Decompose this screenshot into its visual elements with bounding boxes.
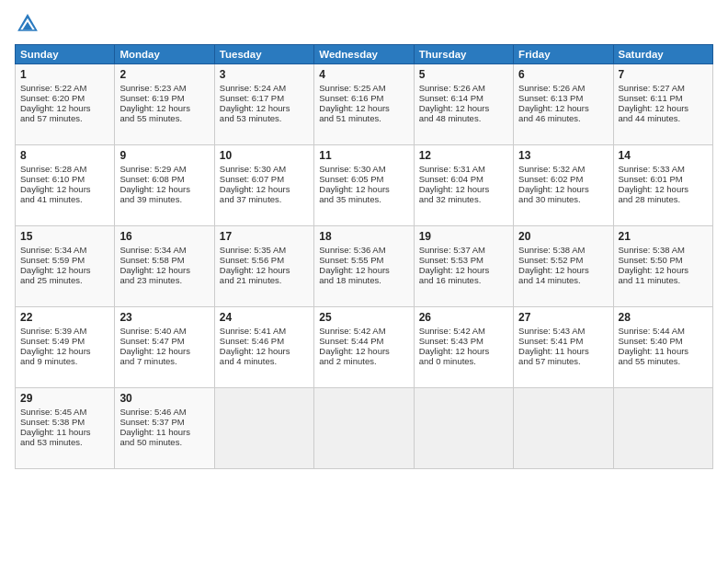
cell-line: Sunset: 6:04 PM	[419, 174, 508, 184]
week-row-4: 22Sunrise: 5:39 AMSunset: 5:49 PMDayligh…	[16, 307, 713, 388]
calendar-cell: 15Sunrise: 5:34 AMSunset: 5:59 PMDayligh…	[16, 226, 115, 307]
cell-line: Daylight: 12 hours	[220, 184, 309, 194]
cell-line: Sunset: 6:05 PM	[319, 174, 408, 184]
cell-line: Sunset: 6:14 PM	[419, 93, 508, 103]
cell-line: Sunset: 6:02 PM	[518, 174, 608, 184]
cell-line: Daylight: 12 hours	[20, 265, 109, 275]
cell-line: Sunset: 6:01 PM	[619, 174, 708, 184]
cell-line: Daylight: 12 hours	[220, 265, 309, 275]
calendar-cell: 6Sunrise: 5:26 AMSunset: 6:13 PMDaylight…	[514, 64, 613, 145]
day-number: 2	[119, 68, 209, 81]
cell-line: Sunrise: 5:35 AM	[220, 245, 309, 255]
cell-line: Sunset: 6:08 PM	[119, 174, 209, 184]
calendar-cell	[414, 388, 513, 469]
cell-line: Daylight: 11 hours	[20, 427, 109, 437]
calendar-cell	[514, 388, 613, 469]
calendar-cell: 22Sunrise: 5:39 AMSunset: 5:49 PMDayligh…	[16, 307, 115, 388]
cell-line: Sunset: 6:11 PM	[619, 93, 708, 103]
cell-line: Sunset: 5:56 PM	[220, 255, 309, 265]
cell-line: and 9 minutes.	[20, 356, 109, 366]
weekday-header-monday: Monday	[115, 45, 214, 64]
cell-line: Sunrise: 5:36 AM	[319, 245, 408, 255]
cell-line: and 7 minutes.	[119, 356, 209, 366]
page: SundayMondayTuesdayWednesdayThursdayFrid…	[0, 0, 728, 563]
cell-line: Daylight: 11 hours	[518, 346, 608, 356]
cell-line: Daylight: 12 hours	[419, 184, 508, 194]
cell-line: Daylight: 12 hours	[518, 184, 608, 194]
cell-line: Sunrise: 5:24 AM	[220, 83, 309, 93]
day-number: 18	[319, 230, 408, 243]
cell-line: Sunrise: 5:39 AM	[20, 326, 109, 336]
cell-line: and 53 minutes.	[220, 113, 309, 123]
day-number: 8	[20, 149, 109, 162]
day-number: 30	[119, 392, 209, 405]
day-number: 26	[419, 311, 508, 324]
cell-line: Sunrise: 5:45 AM	[20, 407, 109, 417]
cell-line: and 53 minutes.	[20, 437, 109, 447]
day-number: 10	[220, 149, 309, 162]
cell-line: Sunrise: 5:43 AM	[518, 326, 608, 336]
cell-line: Sunset: 5:43 PM	[419, 336, 508, 346]
cell-line: and 0 minutes.	[419, 356, 508, 366]
weekday-header-row: SundayMondayTuesdayWednesdayThursdayFrid…	[16, 45, 713, 64]
cell-line: Daylight: 12 hours	[119, 184, 209, 194]
cell-line: and 30 minutes.	[518, 194, 608, 204]
calendar-cell: 27Sunrise: 5:43 AMSunset: 5:41 PMDayligh…	[514, 307, 613, 388]
day-number: 13	[518, 149, 608, 162]
week-row-2: 8Sunrise: 5:28 AMSunset: 6:10 PMDaylight…	[16, 145, 713, 226]
cell-line: Sunrise: 5:38 AM	[619, 245, 708, 255]
calendar-cell: 5Sunrise: 5:26 AMSunset: 6:14 PMDaylight…	[414, 64, 513, 145]
cell-line: Daylight: 12 hours	[619, 265, 708, 275]
cell-line: Daylight: 12 hours	[419, 103, 508, 113]
day-number: 15	[20, 230, 109, 243]
weekday-header-friday: Friday	[514, 45, 613, 64]
day-number: 3	[220, 68, 309, 81]
cell-line: Daylight: 12 hours	[619, 184, 708, 194]
calendar-cell: 7Sunrise: 5:27 AMSunset: 6:11 PMDaylight…	[613, 64, 712, 145]
calendar-cell: 11Sunrise: 5:30 AMSunset: 6:05 PMDayligh…	[314, 145, 414, 226]
cell-line: Sunrise: 5:32 AM	[518, 164, 608, 174]
cell-line: Sunset: 5:58 PM	[119, 255, 209, 265]
cell-line: Sunrise: 5:22 AM	[20, 83, 109, 93]
cell-line: Daylight: 12 hours	[220, 103, 309, 113]
cell-line: Sunrise: 5:29 AM	[119, 164, 209, 174]
cell-line: Sunset: 5:46 PM	[220, 336, 309, 346]
cell-line: Daylight: 12 hours	[518, 265, 608, 275]
cell-line: Daylight: 12 hours	[319, 265, 408, 275]
calendar-cell: 18Sunrise: 5:36 AMSunset: 5:55 PMDayligh…	[314, 226, 414, 307]
day-number: 7	[619, 68, 708, 81]
cell-line: Sunrise: 5:38 AM	[518, 245, 608, 255]
cell-line: Sunset: 6:20 PM	[20, 93, 109, 103]
day-number: 11	[319, 149, 408, 162]
week-row-5: 29Sunrise: 5:45 AMSunset: 5:38 PMDayligh…	[16, 388, 713, 469]
cell-line: Sunset: 6:19 PM	[119, 93, 209, 103]
cell-line: Daylight: 12 hours	[119, 346, 209, 356]
day-number: 29	[20, 392, 109, 405]
cell-line: and 4 minutes.	[220, 356, 309, 366]
day-number: 5	[419, 68, 508, 81]
header	[15, 11, 713, 37]
cell-line: Sunrise: 5:23 AM	[119, 83, 209, 93]
calendar-cell: 20Sunrise: 5:38 AMSunset: 5:52 PMDayligh…	[514, 226, 613, 307]
calendar-cell: 17Sunrise: 5:35 AMSunset: 5:56 PMDayligh…	[214, 226, 313, 307]
cell-line: Daylight: 12 hours	[319, 103, 408, 113]
day-number: 23	[119, 311, 209, 324]
cell-line: and 25 minutes.	[20, 275, 109, 285]
cell-line: Sunset: 6:13 PM	[518, 93, 608, 103]
cell-line: and 16 minutes.	[419, 275, 508, 285]
weekday-header-tuesday: Tuesday	[214, 45, 313, 64]
day-number: 20	[518, 230, 608, 243]
cell-line: Sunset: 6:07 PM	[220, 174, 309, 184]
cell-line: and 23 minutes.	[119, 275, 209, 285]
cell-line: Sunrise: 5:27 AM	[619, 83, 708, 93]
day-number: 27	[518, 311, 608, 324]
cell-line: Daylight: 12 hours	[419, 346, 508, 356]
day-number: 6	[518, 68, 608, 81]
day-number: 4	[319, 68, 408, 81]
day-number: 22	[20, 311, 109, 324]
cell-line: Sunrise: 5:41 AM	[220, 326, 309, 336]
calendar-cell: 24Sunrise: 5:41 AMSunset: 5:46 PMDayligh…	[214, 307, 313, 388]
calendar-cell: 19Sunrise: 5:37 AMSunset: 5:53 PMDayligh…	[414, 226, 513, 307]
day-number: 14	[619, 149, 708, 162]
cell-line: Sunrise: 5:42 AM	[319, 326, 408, 336]
